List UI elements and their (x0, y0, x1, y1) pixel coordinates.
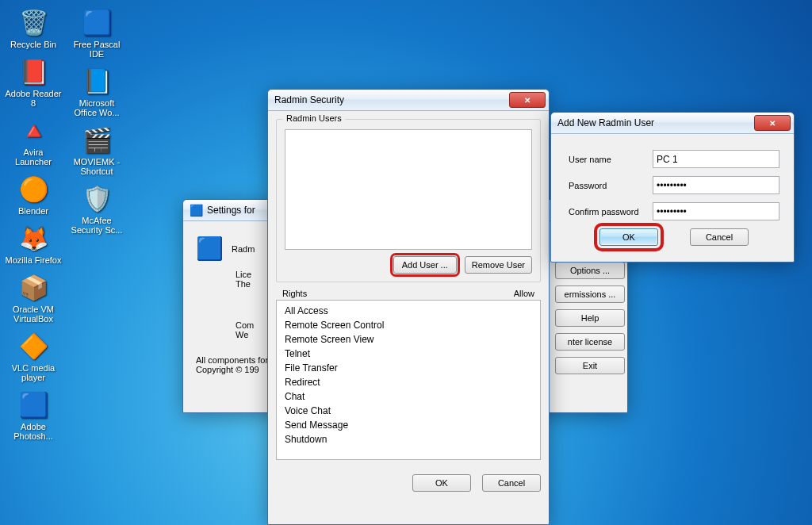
add-user-body: User name Password Confirm password OK C… (551, 134, 794, 254)
rights-item[interactable]: All Access (277, 304, 540, 318)
icon-label: Adobe Photosh... (5, 422, 62, 441)
desktop-icon[interactable]: 📦Oracle VM VirtualBox (5, 271, 62, 324)
confirm-input[interactable] (653, 202, 779, 220)
settings-side-button[interactable]: nter license (555, 333, 625, 351)
add-user-titlebar[interactable]: Add New Radmin User ✕ (551, 113, 794, 134)
username-row: User name (569, 150, 779, 168)
icon-label: McAfee Security Sc... (68, 216, 125, 235)
username-input[interactable] (653, 150, 779, 168)
desktop-icon[interactable]: 🛡️McAfee Security Sc... (68, 182, 125, 235)
rights-item[interactable]: Send Message (277, 418, 540, 432)
radmin-users-group: Radmin Users Add User ... Remove User (276, 119, 541, 282)
app-icon: 🟦 (17, 389, 49, 420)
desktop-icons-col1: 🗑️Recycle Bin📕Adobe Reader 8🔺Avira Launc… (5, 6, 62, 447)
settings-side-button[interactable]: Exit (555, 357, 625, 374)
add-user-cancel-button[interactable]: Cancel (690, 228, 749, 246)
rights-list[interactable]: All AccessRemote Screen ControlRemote Sc… (276, 300, 541, 460)
icon-label: MOVIEMK - Shortcut (68, 157, 125, 176)
desktop-icon[interactable]: 🎬MOVIEMK - Shortcut (68, 124, 125, 176)
rights-item[interactable]: Chat (277, 389, 540, 404)
desktop-icon[interactable]: 🗑️Recycle Bin (5, 6, 62, 49)
icon-label: Adobe Reader 8 (5, 89, 62, 108)
rights-header: Rights Allow (276, 289, 541, 298)
settings-app-icon: 🟦 (190, 204, 202, 217)
icon-label: VLC media player (5, 363, 62, 382)
rights-label: Rights (282, 289, 307, 298)
username-label: User name (569, 155, 653, 164)
confirm-row: Confirm password (569, 202, 779, 220)
password-input[interactable] (653, 176, 779, 194)
rights-item[interactable]: Remote Screen View (277, 332, 540, 347)
security-body: Radmin Users Add User ... Remove User Ri… (268, 111, 549, 468)
desktop-icon[interactable]: 📕Adobe Reader 8 (5, 56, 62, 108)
add-user-title: Add New Radmin User (557, 117, 752, 128)
icon-label: Blender (5, 206, 62, 216)
desktop-icon[interactable]: 🟦Adobe Photosh... (5, 389, 62, 441)
confirm-label: Confirm password (569, 207, 653, 217)
security-title: Radmin Security (274, 94, 507, 105)
security-ok-row: OK Cancel (268, 468, 549, 500)
icon-label: Recycle Bin (5, 40, 62, 49)
security-titlebar[interactable]: Radmin Security ✕ (268, 90, 549, 111)
radmin-logo-icon: 🟦 (196, 236, 224, 262)
app-icon: 📦 (17, 271, 49, 303)
desktop-icon[interactable]: 🔶VLC media player (5, 330, 62, 382)
app-icon: 🗑️ (17, 6, 49, 38)
rights-item[interactable]: Telnet (277, 347, 540, 361)
app-icon: 🟦 (81, 6, 113, 38)
app-icon: 🟠 (17, 173, 49, 205)
allow-label: Allow (514, 289, 534, 298)
security-cancel-button[interactable]: Cancel (482, 474, 541, 492)
users-listbox[interactable] (285, 129, 532, 250)
settings-side-buttons: Options ...ermissions ...Helpnter licens… (555, 262, 625, 374)
add-user-window: Add New Radmin User ✕ User name Password… (550, 112, 795, 262)
security-ok-button[interactable]: OK (412, 474, 471, 492)
desktop-icon[interactable]: 🟠Blender (5, 173, 62, 216)
add-user-button[interactable]: Add User ... (393, 256, 457, 274)
remove-user-button[interactable]: Remove User (465, 256, 532, 274)
app-icon: 🎬 (81, 124, 113, 155)
rights-item[interactable]: Shutdown (277, 432, 540, 446)
desktop-icon[interactable]: 🟦Free Pascal IDE (68, 6, 125, 59)
password-row: Password (569, 176, 779, 194)
icon-label: Free Pascal IDE (68, 40, 125, 59)
desktop-icon[interactable]: 🔺Avira Launcher (5, 114, 62, 167)
add-user-ok-button[interactable]: OK (599, 228, 658, 246)
app-icon: 🛡️ (81, 182, 113, 214)
settings-header: Radm (232, 244, 255, 254)
app-icon: 🦊 (17, 222, 49, 254)
app-icon: 🔶 (17, 330, 49, 362)
app-icon: 📘 (81, 65, 113, 97)
rights-item[interactable]: Voice Chat (277, 404, 540, 418)
app-icon: 📕 (17, 56, 49, 87)
desktop-icons-col2: 🟦Free Pascal IDE📘Microsoft Office Wo...🎬… (68, 6, 125, 241)
desktop: 🗑️Recycle Bin📕Adobe Reader 8🔺Avira Launc… (0, 0, 812, 525)
icon-label: Avira Launcher (5, 148, 62, 167)
settings-side-button[interactable]: Options ... (555, 262, 625, 279)
icon-label: Oracle VM VirtualBox (5, 305, 62, 324)
close-icon[interactable]: ✕ (754, 115, 791, 131)
icon-label: Microsoft Office Wo... (68, 98, 125, 117)
desktop-icon[interactable]: 📘Microsoft Office Wo... (68, 65, 125, 117)
security-window: Radmin Security ✕ Radmin Users Add User … (267, 89, 550, 525)
rights-item[interactable]: Remote Screen Control (277, 318, 540, 332)
settings-side-button[interactable]: Help (555, 309, 625, 327)
rights-item[interactable]: File Transfer (277, 361, 540, 375)
password-label: Password (569, 181, 653, 190)
close-icon[interactable]: ✕ (509, 92, 546, 108)
radmin-users-label: Radmin Users (283, 113, 345, 123)
settings-side-button[interactable]: ermissions ... (555, 285, 625, 303)
desktop-icon[interactable]: 🦊Mozilla Firefox (5, 222, 62, 265)
icon-label: Mozilla Firefox (5, 255, 62, 265)
rights-item[interactable]: Redirect (277, 375, 540, 389)
app-icon: 🔺 (17, 114, 49, 146)
